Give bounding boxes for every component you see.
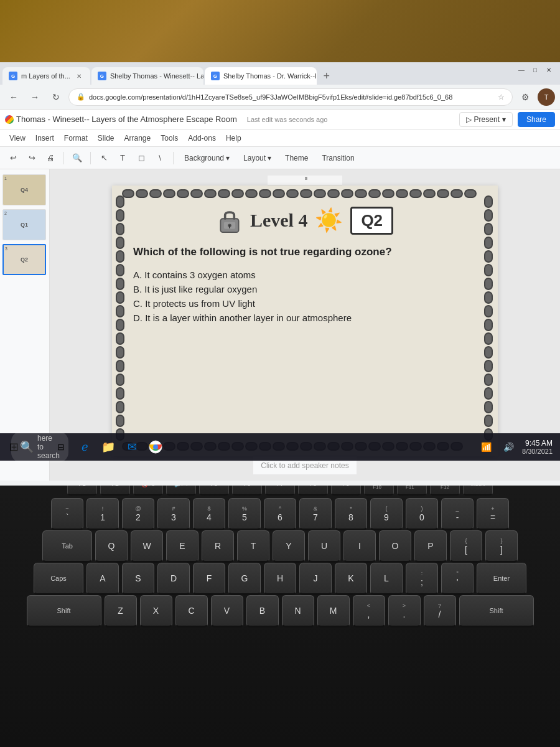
undo-button[interactable]: ↩ [5, 150, 21, 166]
key-y[interactable]: Y [273, 530, 305, 563]
key-w[interactable]: W [131, 530, 163, 563]
key-h[interactable]: H [264, 563, 296, 595]
tab-1[interactable]: G m Layers of th... ✕ [2, 67, 90, 85]
extensions-button[interactable]: ⚙ [516, 88, 534, 106]
key-minus[interactable]: _- [441, 498, 474, 530]
key-i[interactable]: I [343, 530, 376, 563]
key-3[interactable]: #3 [157, 498, 190, 530]
key-u[interactable]: U [308, 530, 340, 563]
menu-arrange[interactable]: Arrange [120, 132, 156, 144]
back-button[interactable]: ← [5, 88, 22, 106]
present-button[interactable]: ▷ Present ▾ [459, 112, 513, 127]
search-button[interactable]: 🔍 [69, 150, 85, 166]
key-9[interactable]: (9 [370, 498, 403, 530]
address-bar[interactable]: 🔒 docs.google.com/presentation/d/1hH1Zcy… [68, 88, 513, 106]
key-enter[interactable]: Enter [477, 563, 526, 595]
menu-help[interactable]: Help [222, 132, 246, 144]
key-5[interactable]: %5 [228, 498, 261, 530]
layout-dropdown[interactable]: Layout ▾ [238, 151, 277, 165]
key-j[interactable]: J [299, 563, 332, 595]
key-q[interactable]: Q [95, 530, 128, 563]
slide-thumb-q4[interactable]: Q4 1 [2, 174, 46, 205]
maximize-button[interactable]: □ [530, 65, 540, 75]
key-g[interactable]: G [228, 563, 261, 595]
line-button[interactable]: \ [152, 150, 168, 166]
key-e[interactable]: E [166, 530, 198, 563]
network-icon[interactable]: 📶 [477, 438, 495, 456]
key-p[interactable]: P [414, 530, 447, 563]
menu-insert[interactable]: Insert [31, 132, 58, 144]
menu-format[interactable]: Format [60, 132, 92, 144]
print-button[interactable]: 🖨 [42, 150, 58, 166]
menu-slide[interactable]: Slide [93, 132, 119, 144]
key-equals[interactable]: += [477, 498, 509, 530]
key-6[interactable]: ^6 [264, 498, 296, 530]
sound-icon[interactable]: 🔊 [500, 438, 517, 456]
key-c[interactable]: C [175, 595, 208, 627]
key-2[interactable]: @2 [122, 498, 154, 530]
mail-button[interactable]: ✉ [123, 438, 141, 456]
key-comma[interactable]: <, [353, 595, 385, 627]
key-8[interactable]: *8 [335, 498, 367, 530]
key-x[interactable]: X [140, 595, 172, 627]
key-b[interactable]: B [246, 595, 279, 627]
key-d[interactable]: D [157, 563, 190, 595]
key-a[interactable]: A [86, 563, 119, 595]
key-7[interactable]: &7 [299, 498, 332, 530]
key-s[interactable]: S [122, 563, 154, 595]
key-lbracket[interactable]: {[ [450, 530, 482, 563]
key-t[interactable]: T [237, 530, 269, 563]
menu-view[interactable]: View [5, 132, 30, 144]
tab-2[interactable]: G Shelby Thomas - Winesett-- Lay... ✕ [91, 67, 203, 85]
key-slash[interactable]: ?/ [424, 595, 456, 627]
slide-container[interactable]: T Level 4 ☀️ Q2 Which of the following i… [112, 186, 498, 456]
key-semicolon[interactable]: :; [406, 563, 438, 595]
key-z[interactable]: Z [105, 595, 137, 627]
background-dropdown[interactable]: Background ▾ [179, 151, 235, 165]
key-period[interactable]: >. [388, 595, 421, 627]
key-r[interactable]: R [202, 530, 234, 563]
tab-1-close[interactable]: ✕ [74, 71, 84, 81]
key-caps[interactable]: Caps [34, 563, 83, 595]
explorer-button[interactable]: 📁 [100, 438, 117, 456]
key-0[interactable]: )0 [406, 498, 438, 530]
new-tab-button[interactable]: + [318, 67, 335, 85]
menu-addons[interactable]: Add-ons [184, 132, 220, 144]
key-1[interactable]: !1 [86, 498, 119, 530]
key-m[interactable]: M [317, 595, 350, 627]
key-rbracket[interactable]: }] [485, 530, 518, 563]
theme-dropdown[interactable]: Theme [279, 151, 314, 165]
menu-tools[interactable]: Tools [156, 132, 182, 144]
text-button[interactable]: T [114, 150, 131, 166]
edge-button[interactable]: ℯ [76, 438, 93, 456]
bookmark-icon[interactable]: ☆ [498, 93, 505, 101]
key-f[interactable]: F [193, 563, 225, 595]
key-n[interactable]: N [282, 595, 314, 627]
tab-3[interactable]: G Shelby Thomas - Dr. Warrick--le... ✕ [205, 67, 317, 85]
taskview-button[interactable]: ⊟ [52, 438, 70, 456]
search-taskbar[interactable]: 🔍 here to search [29, 438, 46, 456]
key-4[interactable]: $4 [193, 498, 225, 530]
key-shift-r[interactable]: Shift [459, 595, 534, 627]
redo-button[interactable]: ↪ [24, 150, 40, 166]
slide-thumb-q2[interactable]: Q2 3 [2, 244, 46, 275]
minimize-button[interactable]: — [516, 65, 526, 75]
shape-button[interactable]: ◻ [133, 150, 149, 166]
profile-button[interactable]: T [538, 88, 555, 106]
cursor-button[interactable]: ↖ [96, 150, 112, 166]
key-shift-l[interactable]: Shift [27, 595, 101, 627]
transition-dropdown[interactable]: Transition [316, 151, 360, 165]
slide-thumb-q1[interactable]: Q1 2 [2, 209, 46, 240]
refresh-button[interactable]: ↻ [47, 88, 65, 106]
share-button[interactable]: Share [518, 112, 555, 127]
key-k[interactable]: K [335, 563, 367, 595]
key-tilde[interactable]: ~` [51, 498, 83, 530]
key-o[interactable]: O [379, 530, 411, 563]
key-l[interactable]: L [370, 563, 403, 595]
key-tab[interactable]: Tab [42, 530, 92, 563]
key-v[interactable]: V [211, 595, 243, 627]
key-quote[interactable]: "' [441, 563, 474, 595]
forward-button[interactable]: → [26, 88, 44, 106]
close-button[interactable]: ✕ [544, 65, 554, 75]
chrome-button[interactable] [147, 438, 164, 456]
